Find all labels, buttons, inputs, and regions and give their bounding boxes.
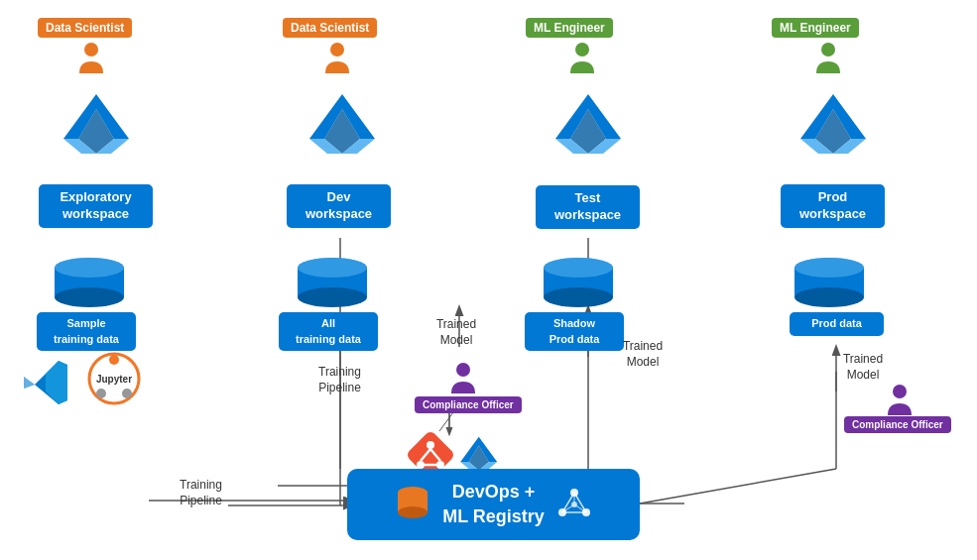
azure-icon-test <box>551 89 626 168</box>
devops-box: DevOps + ML Registry <box>347 469 640 540</box>
workspace-label-exploratory: Exploratory workspace <box>39 184 153 228</box>
svg-point-37 <box>55 287 124 307</box>
svg-point-42 <box>298 258 367 278</box>
workspace-label-dev: Dev workspace <box>287 184 391 228</box>
training-pipeline-label-1: Training Pipeline <box>298 365 382 395</box>
person-ds2 <box>323 42 351 77</box>
svg-point-41 <box>298 287 367 307</box>
azure-icon-exploratory <box>60 89 134 168</box>
svg-point-46 <box>544 258 613 278</box>
azure-icon-prod <box>796 89 871 168</box>
azure-icon-dev <box>305 89 380 168</box>
svg-marker-53 <box>24 377 35 389</box>
svg-point-57 <box>122 389 132 398</box>
co-badge-prod: Compliance Officer <box>844 416 951 433</box>
db-icon-shadow <box>539 258 618 316</box>
svg-point-60 <box>893 385 907 398</box>
trained-model-label-2: Trained Model <box>603 339 682 370</box>
db-icon-all <box>293 258 372 316</box>
role-badge-mle2: ML Engineer <box>772 18 859 38</box>
svg-point-74 <box>398 506 427 518</box>
svg-point-16 <box>330 43 344 56</box>
db-label-sample: Sample training data <box>37 312 136 351</box>
trained-model-label-3: Trained Model <box>823 352 903 383</box>
svg-point-18 <box>821 43 835 56</box>
svg-point-45 <box>544 287 613 307</box>
db-icon-sample <box>50 258 129 316</box>
svg-point-50 <box>794 258 864 278</box>
training-pipeline-label-2: Training Pipeline <box>159 478 243 508</box>
person-co-prod <box>886 384 914 419</box>
svg-point-62 <box>427 441 434 449</box>
svg-point-38 <box>55 258 124 278</box>
svg-point-59 <box>456 363 470 377</box>
workspace-label-test: Test workspace <box>536 185 640 229</box>
svg-point-56 <box>96 389 106 398</box>
person-mle2 <box>814 42 842 77</box>
role-badge-mle1: ML Engineer <box>526 18 613 38</box>
role-badge-ds2: Data Scientist <box>283 18 377 38</box>
co-badge-dev: Compliance Officer <box>415 396 522 413</box>
role-badge-ds1: Data Scientist <box>38 18 132 38</box>
svg-point-49 <box>794 287 864 307</box>
svg-text:Jupyter: Jupyter <box>96 374 132 385</box>
svg-line-9 <box>640 469 836 504</box>
person-mle1 <box>568 42 596 77</box>
person-ds1 <box>77 42 105 77</box>
db-label-prod: Prod data <box>790 312 884 336</box>
trained-model-label-1: Trained Model <box>417 317 496 348</box>
svg-marker-52 <box>46 361 67 404</box>
devops-label: DevOps + ML Registry <box>442 480 545 529</box>
svg-point-15 <box>84 43 98 56</box>
diagram: Data Scientist Data Scientist ML Enginee… <box>0 0 977 560</box>
person-co-dev <box>449 362 477 397</box>
svg-point-55 <box>109 355 119 365</box>
workspace-label-prod: Prod workspace <box>781 184 885 228</box>
db-label-all: All training data <box>279 312 378 351</box>
db-icon-prod <box>790 258 869 316</box>
svg-point-17 <box>575 43 589 56</box>
vscode-icon <box>20 357 71 412</box>
jupyter-icon: Jupyter <box>87 352 142 410</box>
